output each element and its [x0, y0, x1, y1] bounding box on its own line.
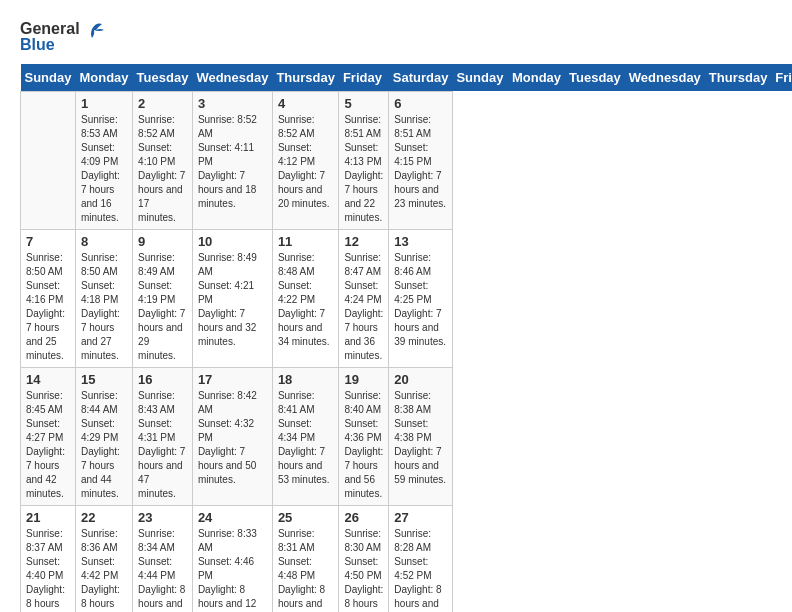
weekday-header: Wednesday: [625, 64, 705, 92]
day-info: Sunrise: 8:52 AMSunset: 4:12 PMDaylight:…: [278, 113, 334, 211]
calendar-week-row: 14Sunrise: 8:45 AMSunset: 4:27 PMDayligh…: [21, 367, 793, 505]
calendar-cell: 8Sunrise: 8:50 AMSunset: 4:18 PMDaylight…: [75, 229, 132, 367]
logo-text-blue: Blue: [20, 36, 55, 54]
header-row: SundayMondayTuesdayWednesdayThursdayFrid…: [21, 64, 793, 92]
day-info: Sunrise: 8:50 AMSunset: 4:16 PMDaylight:…: [26, 251, 70, 363]
day-number: 17: [198, 372, 267, 387]
day-number: 16: [138, 372, 187, 387]
calendar-cell: 4Sunrise: 8:52 AMSunset: 4:12 PMDaylight…: [272, 91, 339, 229]
calendar-cell: 11Sunrise: 8:48 AMSunset: 4:22 PMDayligh…: [272, 229, 339, 367]
day-info: Sunrise: 8:40 AMSunset: 4:36 PMDaylight:…: [344, 389, 383, 501]
day-number: 25: [278, 510, 334, 525]
day-info: Sunrise: 8:38 AMSunset: 4:38 PMDaylight:…: [394, 389, 447, 487]
weekday-header: Thursday: [705, 64, 772, 92]
logo-bird-icon: [82, 20, 104, 38]
calendar-cell: [21, 91, 76, 229]
day-info: Sunrise: 8:47 AMSunset: 4:24 PMDaylight:…: [344, 251, 383, 363]
calendar-cell: 9Sunrise: 8:49 AMSunset: 4:19 PMDaylight…: [133, 229, 193, 367]
weekday-header: Thursday: [272, 64, 339, 92]
day-info: Sunrise: 8:30 AMSunset: 4:50 PMDaylight:…: [344, 527, 383, 612]
calendar-cell: 5Sunrise: 8:51 AMSunset: 4:13 PMDaylight…: [339, 91, 389, 229]
calendar-cell: 21Sunrise: 8:37 AMSunset: 4:40 PMDayligh…: [21, 505, 76, 612]
day-info: Sunrise: 8:36 AMSunset: 4:42 PMDaylight:…: [81, 527, 127, 612]
day-number: 9: [138, 234, 187, 249]
day-info: Sunrise: 8:49 AMSunset: 4:19 PMDaylight:…: [138, 251, 187, 363]
day-number: 2: [138, 96, 187, 111]
day-info: Sunrise: 8:46 AMSunset: 4:25 PMDaylight:…: [394, 251, 447, 349]
day-number: 27: [394, 510, 447, 525]
day-number: 13: [394, 234, 447, 249]
calendar-cell: 1Sunrise: 8:53 AMSunset: 4:09 PMDaylight…: [75, 91, 132, 229]
day-number: 14: [26, 372, 70, 387]
calendar-cell: 25Sunrise: 8:31 AMSunset: 4:48 PMDayligh…: [272, 505, 339, 612]
day-info: Sunrise: 8:49 AMSunset: 4:21 PMDaylight:…: [198, 251, 267, 349]
calendar-week-row: 1Sunrise: 8:53 AMSunset: 4:09 PMDaylight…: [21, 91, 793, 229]
calendar-cell: 16Sunrise: 8:43 AMSunset: 4:31 PMDayligh…: [133, 367, 193, 505]
day-info: Sunrise: 8:34 AMSunset: 4:44 PMDaylight:…: [138, 527, 187, 612]
day-number: 21: [26, 510, 70, 525]
day-number: 26: [344, 510, 383, 525]
calendar-cell: 18Sunrise: 8:41 AMSunset: 4:34 PMDayligh…: [272, 367, 339, 505]
calendar-cell: 23Sunrise: 8:34 AMSunset: 4:44 PMDayligh…: [133, 505, 193, 612]
day-number: 18: [278, 372, 334, 387]
calendar-cell: 15Sunrise: 8:44 AMSunset: 4:29 PMDayligh…: [75, 367, 132, 505]
page-header: General Blue: [20, 20, 772, 54]
day-number: 15: [81, 372, 127, 387]
calendar-cell: 10Sunrise: 8:49 AMSunset: 4:21 PMDayligh…: [192, 229, 272, 367]
day-number: 6: [394, 96, 447, 111]
day-info: Sunrise: 8:53 AMSunset: 4:09 PMDaylight:…: [81, 113, 127, 225]
calendar-cell: 24Sunrise: 8:33 AMSunset: 4:46 PMDayligh…: [192, 505, 272, 612]
day-number: 7: [26, 234, 70, 249]
day-info: Sunrise: 8:50 AMSunset: 4:18 PMDaylight:…: [81, 251, 127, 363]
weekday-header: Sunday: [21, 64, 76, 92]
calendar-cell: 12Sunrise: 8:47 AMSunset: 4:24 PMDayligh…: [339, 229, 389, 367]
calendar-cell: 26Sunrise: 8:30 AMSunset: 4:50 PMDayligh…: [339, 505, 389, 612]
calendar-cell: 14Sunrise: 8:45 AMSunset: 4:27 PMDayligh…: [21, 367, 76, 505]
calendar-cell: 20Sunrise: 8:38 AMSunset: 4:38 PMDayligh…: [389, 367, 453, 505]
day-info: Sunrise: 8:48 AMSunset: 4:22 PMDaylight:…: [278, 251, 334, 349]
weekday-header: Tuesday: [133, 64, 193, 92]
day-number: 22: [81, 510, 127, 525]
day-info: Sunrise: 8:52 AMSunset: 4:11 PMDaylight:…: [198, 113, 267, 211]
calendar-cell: 27Sunrise: 8:28 AMSunset: 4:52 PMDayligh…: [389, 505, 453, 612]
day-number: 10: [198, 234, 267, 249]
calendar-cell: 2Sunrise: 8:52 AMSunset: 4:10 PMDaylight…: [133, 91, 193, 229]
day-number: 1: [81, 96, 127, 111]
day-number: 4: [278, 96, 334, 111]
day-number: 20: [394, 372, 447, 387]
calendar-cell: 22Sunrise: 8:36 AMSunset: 4:42 PMDayligh…: [75, 505, 132, 612]
weekday-header: Wednesday: [192, 64, 272, 92]
weekday-header: Saturday: [389, 64, 453, 92]
day-info: Sunrise: 8:43 AMSunset: 4:31 PMDaylight:…: [138, 389, 187, 501]
calendar-cell: 17Sunrise: 8:42 AMSunset: 4:32 PMDayligh…: [192, 367, 272, 505]
day-number: 12: [344, 234, 383, 249]
logo-container: General Blue: [20, 20, 104, 54]
day-info: Sunrise: 8:41 AMSunset: 4:34 PMDaylight:…: [278, 389, 334, 487]
calendar-week-row: 7Sunrise: 8:50 AMSunset: 4:16 PMDaylight…: [21, 229, 793, 367]
day-info: Sunrise: 8:45 AMSunset: 4:27 PMDaylight:…: [26, 389, 70, 501]
day-number: 8: [81, 234, 127, 249]
day-number: 11: [278, 234, 334, 249]
day-info: Sunrise: 8:37 AMSunset: 4:40 PMDaylight:…: [26, 527, 70, 612]
day-info: Sunrise: 8:33 AMSunset: 4:46 PMDaylight:…: [198, 527, 267, 612]
day-number: 24: [198, 510, 267, 525]
weekday-header: Friday: [771, 64, 792, 92]
day-number: 19: [344, 372, 383, 387]
calendar-cell: 13Sunrise: 8:46 AMSunset: 4:25 PMDayligh…: [389, 229, 453, 367]
day-info: Sunrise: 8:31 AMSunset: 4:48 PMDaylight:…: [278, 527, 334, 612]
day-info: Sunrise: 8:51 AMSunset: 4:15 PMDaylight:…: [394, 113, 447, 211]
calendar-table: SundayMondayTuesdayWednesdayThursdayFrid…: [20, 64, 792, 612]
day-info: Sunrise: 8:28 AMSunset: 4:52 PMDaylight:…: [394, 527, 447, 612]
calendar-cell: 7Sunrise: 8:50 AMSunset: 4:16 PMDaylight…: [21, 229, 76, 367]
day-info: Sunrise: 8:44 AMSunset: 4:29 PMDaylight:…: [81, 389, 127, 501]
weekday-header: Monday: [75, 64, 132, 92]
day-number: 3: [198, 96, 267, 111]
calendar-cell: 19Sunrise: 8:40 AMSunset: 4:36 PMDayligh…: [339, 367, 389, 505]
day-number: 23: [138, 510, 187, 525]
weekday-header: Monday: [508, 64, 565, 92]
weekday-header: Sunday: [452, 64, 507, 92]
logo: General Blue: [20, 20, 104, 54]
day-number: 5: [344, 96, 383, 111]
calendar-cell: 6Sunrise: 8:51 AMSunset: 4:15 PMDaylight…: [389, 91, 453, 229]
calendar-cell: 3Sunrise: 8:52 AMSunset: 4:11 PMDaylight…: [192, 91, 272, 229]
